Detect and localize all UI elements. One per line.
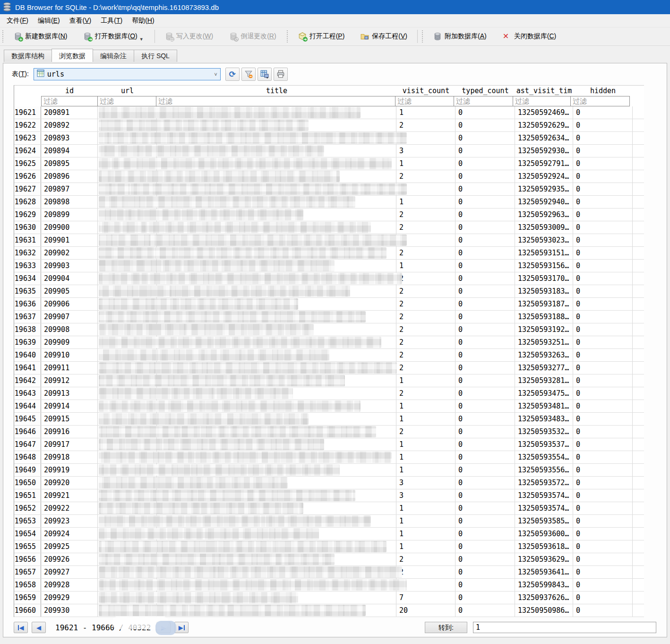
toolbar-button-database-open[interactable]: ➜打开数据库(O)▼ — [76, 29, 151, 44]
filter-input-visit_count[interactable] — [395, 97, 454, 105]
cell-typed-count[interactable]: 0 — [455, 374, 515, 387]
table-row[interactable]: 196562099262013250593629…0 — [14, 553, 644, 566]
cell-typed-count[interactable]: 0 — [455, 592, 515, 604]
cell-id[interactable]: 209905 — [41, 285, 98, 297]
cell-last-visit-time[interactable]: 13250592629… — [515, 119, 573, 131]
cell-typed-count[interactable]: 0 — [455, 413, 515, 425]
cell-typed-count[interactable]: 0 — [455, 285, 515, 297]
cell-last-visit-time[interactable]: 13250593532… — [515, 426, 573, 438]
cell-typed-count[interactable]: 0 — [455, 553, 515, 566]
cell-typed-count[interactable]: 0 — [455, 234, 515, 246]
cell-typed-count[interactable]: 0 — [455, 426, 515, 438]
cell-id[interactable]: 209894 — [41, 145, 98, 157]
cell-typed-count[interactable]: 0 — [455, 336, 515, 348]
cell-hidden[interactable]: 0 — [573, 349, 633, 361]
cell-id[interactable]: 209918 — [41, 451, 98, 463]
column-header-ast_visit_tim[interactable]: ast_visit_tim — [515, 87, 573, 95]
save-table-button[interactable] — [258, 68, 272, 81]
cell-visit-count[interactable]: 2 — [396, 221, 455, 234]
cell-hidden[interactable]: 0 — [573, 247, 633, 259]
cell-last-visit-time[interactable]: 13250593483… — [515, 413, 573, 425]
cell-last-visit-time[interactable]: 13250593600… — [515, 528, 573, 540]
table-row[interactable]: 196542099241013250593600…0 — [14, 528, 644, 540]
cell-id[interactable]: 209921 — [41, 489, 98, 502]
cell-visit-count[interactable]: 2 — [396, 209, 455, 221]
cell-last-visit-time[interactable]: 13250593281… — [515, 374, 573, 387]
cell-id[interactable]: 209925 — [41, 540, 98, 553]
cell-hidden[interactable]: 0 — [573, 196, 633, 208]
cell-visit-count[interactable]: 2 — [396, 566, 455, 578]
cell-typed-count[interactable]: 0 — [455, 515, 515, 527]
cell-id[interactable]: 209908 — [41, 323, 98, 336]
print-button[interactable] — [274, 68, 288, 81]
column-header-title[interactable]: title — [157, 87, 396, 95]
cell-last-visit-time[interactable]: 13250593574… — [515, 502, 573, 514]
cell-visit-count[interactable]: 1 — [396, 528, 455, 540]
cell-last-visit-time[interactable]: 13250593263… — [515, 349, 573, 361]
cell-typed-count[interactable]: 0 — [455, 119, 515, 131]
cell-typed-count[interactable]: 0 — [455, 196, 515, 208]
table-row[interactable]: 196392099092013250593251…0 — [14, 336, 644, 349]
refresh-button[interactable]: ⟳ — [225, 68, 240, 81]
cell-typed-count[interactable]: 0 — [455, 349, 515, 361]
cell-id[interactable]: 209915 — [41, 413, 98, 425]
cell-last-visit-time[interactable]: 13250593170… — [515, 272, 573, 285]
cell-last-visit-time[interactable]: 13250593151… — [515, 247, 573, 259]
cell-visit-count[interactable]: 1 — [396, 451, 455, 463]
toolbar-button-database-new[interactable]: +新建数据库(N) — [7, 29, 74, 44]
table-row[interactable]: 196322099022013250593151…0 — [14, 247, 644, 260]
cell-last-visit-time[interactable]: 13250593572… — [515, 477, 573, 489]
cell-hidden[interactable]: 0 — [573, 157, 633, 170]
cell-id[interactable]: 209919 — [41, 464, 98, 476]
cell-visit-count[interactable]: 1 — [396, 413, 455, 425]
cell-visit-count[interactable]: 1 — [396, 157, 455, 170]
cell-hidden[interactable]: 0 — [573, 234, 633, 246]
table-row[interactable]: 196412099112013250593277…0 — [14, 362, 644, 374]
cell-typed-count[interactable]: 0 — [455, 566, 515, 578]
cell-id[interactable]: 209897 — [41, 183, 98, 195]
tab-编辑杂注[interactable]: 编辑杂注 — [93, 50, 134, 62]
table-row[interactable]: 1966020993020013250950986…0 — [14, 604, 644, 617]
cell-hidden[interactable]: 0 — [573, 604, 633, 617]
cell-id[interactable]: 209907 — [41, 311, 98, 323]
cell-visit-count[interactable]: 2 — [396, 323, 455, 336]
cell-last-visit-time[interactable]: 13250593023… — [515, 234, 573, 246]
column-header-visit_count[interactable]: visit_count — [396, 87, 455, 95]
cell-typed-count[interactable]: 0 — [455, 464, 515, 476]
cell-id[interactable]: 209896 — [41, 170, 98, 183]
cell-last-visit-time[interactable]: 13250592924… — [515, 170, 573, 183]
cell-typed-count[interactable]: 0 — [455, 209, 515, 221]
last-page-button[interactable]: ▶ — [174, 622, 189, 633]
cell-hidden[interactable]: 0 — [573, 285, 633, 297]
column-header-hidden[interactable]: hidden — [573, 87, 633, 95]
cell-id[interactable]: 209906 — [41, 298, 98, 310]
filter-input-typed_count[interactable] — [454, 97, 513, 105]
cell-typed-count[interactable]: 0 — [455, 183, 515, 195]
cell-hidden[interactable]: 0 — [573, 528, 633, 540]
cell-id[interactable]: 209904 — [41, 272, 98, 285]
cell-id[interactable]: 209901 — [41, 234, 98, 246]
cell-hidden[interactable]: 0 — [573, 145, 633, 157]
cell-hidden[interactable]: 0 — [573, 336, 633, 348]
cell-hidden[interactable]: 0 — [573, 374, 633, 387]
cell-visit-count[interactable]: 1 — [396, 515, 455, 527]
cell-typed-count[interactable]: 0 — [455, 132, 515, 144]
cell-hidden[interactable]: 0 — [573, 451, 633, 463]
cell-last-visit-time[interactable]: 13250593618… — [515, 540, 573, 553]
cell-id[interactable]: 209930 — [41, 604, 98, 617]
cell-typed-count[interactable]: 0 — [455, 579, 515, 591]
cell-typed-count[interactable]: 0 — [455, 451, 515, 463]
cell-visit-count[interactable]: 2 — [396, 362, 455, 374]
cell-hidden[interactable]: 0 — [573, 540, 633, 553]
tab-浏览数据[interactable]: 浏览数据 — [52, 49, 93, 62]
table-row[interactable]: 196592099297013250937626…0 — [14, 592, 644, 604]
cell-typed-count[interactable]: 0 — [455, 323, 515, 336]
cell-id[interactable]: 209909 — [41, 336, 98, 348]
cell-last-visit-time[interactable]: 13250593556… — [515, 464, 573, 476]
cell-id[interactable]: 209891 — [41, 106, 98, 119]
cell-visit-count[interactable]: 2 — [396, 553, 455, 566]
cell-visit-count[interactable]: 1 — [396, 400, 455, 412]
goto-input[interactable] — [473, 622, 656, 633]
cell-visit-count[interactable]: 2 — [396, 298, 455, 310]
cell-hidden[interactable]: 0 — [573, 298, 633, 310]
